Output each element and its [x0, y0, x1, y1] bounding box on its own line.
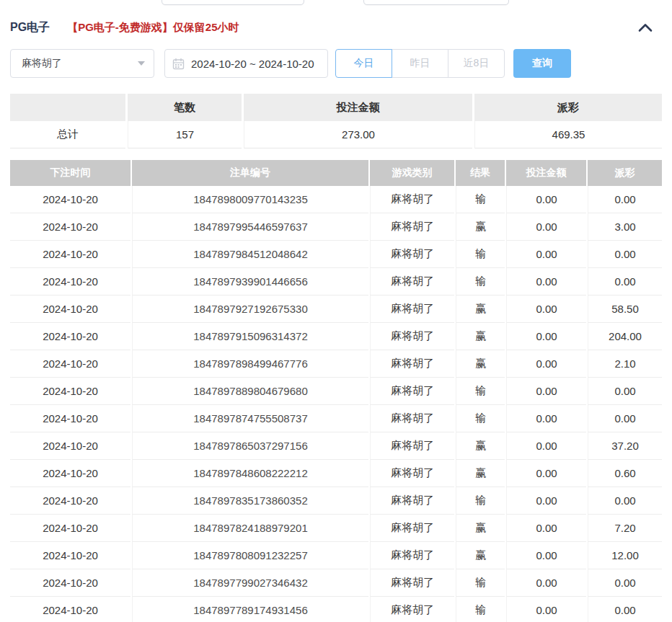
summary-count-value: 157: [128, 121, 242, 148]
table-row: 2024-10-20 1847897835173860352 麻将胡了 输 0.…: [10, 487, 662, 515]
date-range-input[interactable]: 2024-10-20 ~ 2024-10-20: [164, 49, 328, 78]
col-header-game-type: 游戏类别: [370, 160, 454, 186]
cell-game-type: 麻将胡了: [370, 186, 454, 213]
cell-bet-time: 2024-10-20: [10, 515, 131, 542]
summary-header-payout: 派彩: [474, 94, 662, 121]
cell-bet-time: 2024-10-20: [10, 432, 131, 460]
table-row: 2024-10-20 1847897799027346432 麻将胡了 输 0.…: [10, 569, 662, 597]
cell-payout: 58.50: [588, 296, 662, 323]
summary-header-count: 笔数: [128, 94, 242, 121]
cell-payout: 37.20: [588, 432, 662, 460]
cell-order-id: 1847897889804679680: [132, 378, 368, 405]
cell-payout: 3.00: [588, 213, 662, 241]
summary-total-label: 总计: [10, 121, 125, 148]
cell-order-id: 1847897915096314372: [132, 323, 368, 350]
cell-order-id: 1847897927192675330: [132, 296, 368, 323]
cell-order-id: 1847897939901446656: [132, 268, 368, 296]
table-row: 2024-10-20 1847897939901446656 麻将胡了 输 0.…: [10, 268, 662, 296]
cell-bet-amount: 0.00: [506, 432, 586, 460]
table-row: 2024-10-20 1847897874755508737 麻将胡了 输 0.…: [10, 405, 662, 432]
cell-bet-time: 2024-10-20: [10, 213, 131, 241]
col-header-bet-amount: 投注金额: [506, 160, 586, 186]
cell-game-type: 麻将胡了: [370, 542, 454, 569]
cell-payout: 0.00: [588, 186, 662, 213]
cell-payout: 12.00: [588, 542, 662, 569]
filter-row: 麻将胡了 2024-10-20 ~ 2024-10-20: [10, 49, 662, 78]
query-button[interactable]: 查询: [513, 49, 571, 78]
cell-bet-amount: 0.00: [506, 460, 586, 487]
cell-order-id: 1847897898499467776: [132, 350, 368, 378]
summary-header-bet-amount: 投注金额: [244, 94, 472, 121]
cell-game-type: 麻将胡了: [370, 241, 454, 268]
cell-bet-amount: 0.00: [506, 268, 586, 296]
cell-result: 赢: [456, 350, 505, 378]
cell-result: 赢: [456, 213, 505, 241]
calendar-icon: [172, 58, 185, 70]
cell-payout: 0.60: [588, 460, 662, 487]
section-header: PG电子 【PG电子-免费游戏】仅保留25小时: [10, 18, 662, 37]
cell-game-type: 麻将胡了: [370, 296, 454, 323]
cell-order-id: 1847897865037297156: [132, 432, 368, 460]
cell-bet-time: 2024-10-20: [10, 405, 131, 432]
cell-bet-amount: 0.00: [506, 542, 586, 569]
game-select[interactable]: 麻将胡了: [10, 49, 154, 78]
cell-payout: 0.00: [588, 241, 662, 268]
cropped-input-right[interactable]: [363, 0, 509, 5]
cell-game-type: 麻将胡了: [370, 323, 454, 350]
cell-bet-time: 2024-10-20: [10, 186, 131, 213]
table-row: 2024-10-20 1847897889804679680 麻将胡了 输 0.…: [10, 378, 662, 405]
yesterday-button[interactable]: 昨日: [392, 49, 448, 78]
cell-payout: 204.00: [588, 323, 662, 350]
cell-game-type: 麻将胡了: [370, 350, 454, 378]
cell-game-type: 麻将胡了: [370, 268, 454, 296]
cell-bet-amount: 0.00: [506, 213, 586, 241]
cell-result: 输: [456, 186, 505, 213]
cell-bet-amount: 0.00: [506, 569, 586, 597]
cell-order-id: 1847897995446597637: [132, 213, 368, 241]
cell-bet-amount: 0.00: [506, 378, 586, 405]
cell-game-type: 麻将胡了: [370, 597, 454, 622]
cell-payout: 7.20: [588, 515, 662, 542]
table-row: 2024-10-20 1847897865037297156 麻将胡了 赢 0.…: [10, 432, 662, 460]
cell-payout: 0.00: [588, 268, 662, 296]
cell-bet-time: 2024-10-20: [10, 597, 131, 622]
date-range-value: 2024-10-20 ~ 2024-10-20: [191, 58, 314, 70]
cell-order-id: 1847897799027346432: [132, 569, 368, 597]
cell-result: 赢: [456, 460, 505, 487]
table-row: 2024-10-20 1847897927192675330 麻将胡了 赢 0.…: [10, 296, 662, 323]
last-8-days-button[interactable]: 近8日: [448, 49, 505, 78]
table-row: 2024-10-20 1847897915096314372 麻将胡了 赢 0.…: [10, 323, 662, 350]
pg-records-panel: PG电子 【PG电子-免费游戏】仅保留25小时 麻将胡了: [0, 0, 672, 622]
cell-bet-time: 2024-10-20: [10, 323, 131, 350]
chevron-up-icon: [637, 24, 653, 35]
table-row: 2024-10-20 1847897808091232257 麻将胡了 赢 0.…: [10, 542, 662, 569]
table-row: 2024-10-20 1847897898499467776 麻将胡了 赢 0.…: [10, 350, 662, 378]
cell-result: 输: [456, 487, 505, 515]
cell-order-id: 1847897984512048642: [132, 241, 368, 268]
table-row: 2024-10-20 1847897824188979201 麻将胡了 赢 0.…: [10, 515, 662, 542]
table-row: 2024-10-20 1847898009770143235 麻将胡了 输 0.…: [10, 186, 662, 213]
cell-game-type: 麻将胡了: [370, 487, 454, 515]
cell-payout: 2.10: [588, 350, 662, 378]
cell-bet-amount: 0.00: [506, 405, 586, 432]
cell-game-type: 麻将胡了: [370, 569, 454, 597]
table-header-row: 下注时间 注单编号 游戏类别 结果 投注金额 派彩: [10, 160, 662, 186]
cell-bet-time: 2024-10-20: [10, 268, 131, 296]
cell-game-type: 麻将胡了: [370, 432, 454, 460]
cell-bet-time: 2024-10-20: [10, 378, 131, 405]
cell-bet-time: 2024-10-20: [10, 542, 131, 569]
today-button[interactable]: 今日: [335, 49, 392, 78]
cell-bet-amount: 0.00: [506, 323, 586, 350]
cell-result: 输: [456, 378, 505, 405]
page-title: PG电子: [10, 20, 50, 35]
cell-bet-time: 2024-10-20: [10, 296, 131, 323]
collapse-section-button[interactable]: [637, 22, 653, 32]
col-header-payout: 派彩: [588, 160, 662, 186]
cell-order-id: 1847897835173860352: [132, 487, 368, 515]
caret-down-icon: [138, 61, 145, 66]
cell-bet-amount: 0.00: [506, 350, 586, 378]
cell-result: 赢: [456, 515, 505, 542]
col-header-bet-time: 下注时间: [10, 160, 131, 186]
cropped-input-left[interactable]: [162, 0, 304, 5]
cell-result: 赢: [456, 296, 505, 323]
